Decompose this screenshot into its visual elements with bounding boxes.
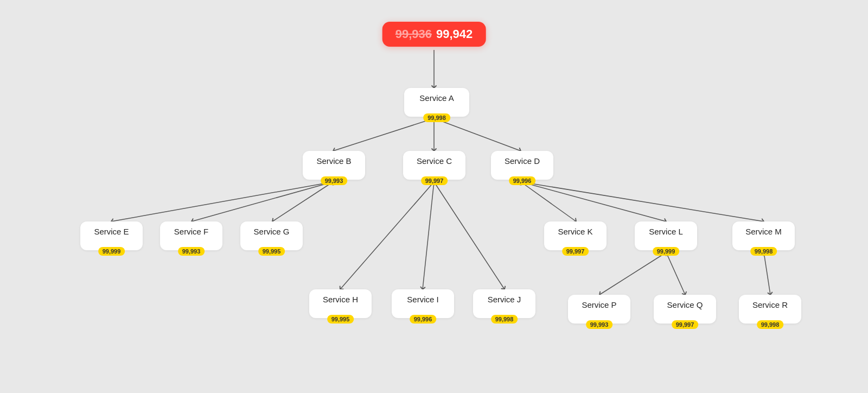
svg-line-4 [111,182,333,221]
node-R-label: Service R [749,300,792,309]
node-E-label: Service E [90,227,133,236]
diagram-container: 99,93699,942 Service A 99,998 Service B … [0,0,868,393]
node-P-badge: 99,993 [586,320,613,329]
node-L-label: Service L [644,227,687,236]
node-P-label: Service P [578,300,621,309]
node-K[interactable]: Service K 99,997 [544,221,607,250]
svg-line-3 [434,118,521,151]
node-F-label: Service F [170,227,213,236]
node-C-badge: 99,997 [421,176,448,185]
node-P[interactable]: Service P 99,993 [568,295,630,324]
node-H[interactable]: Service H 99,995 [309,289,372,318]
svg-line-1 [333,118,434,151]
node-F[interactable]: Service F 99,993 [160,221,222,250]
node-Q-label: Service Q [663,300,706,309]
node-K-label: Service K [554,227,597,236]
node-E-badge: 99,999 [98,247,125,256]
svg-line-13 [599,252,666,295]
node-D-label: Service D [501,156,544,166]
node-R-badge: 99,998 [757,320,784,329]
node-I-badge: 99,996 [410,315,437,324]
node-J[interactable]: Service J 99,998 [473,289,535,318]
node-H-badge: 99,995 [327,315,354,324]
svg-line-12 [521,182,764,221]
node-G-badge: 99,995 [258,247,285,256]
new-value: 99,942 [436,27,473,41]
node-C-label: Service C [413,156,456,166]
node-R[interactable]: Service R 99,998 [739,295,801,324]
node-M-badge: 99,998 [750,247,777,256]
node-H-label: Service H [319,295,362,304]
node-J-badge: 99,998 [491,315,518,324]
svg-line-6 [272,182,333,221]
node-C[interactable]: Service C 99,997 [403,151,465,180]
node-B-badge: 99,993 [321,176,348,185]
node-B[interactable]: Service B 99,993 [303,151,365,180]
node-L-badge: 99,999 [653,247,680,256]
svg-line-9 [434,182,505,289]
node-M-label: Service M [742,227,785,236]
node-I[interactable]: Service I 99,996 [392,289,454,318]
node-J-label: Service J [483,295,526,304]
node-D[interactable]: Service D 99,996 [491,151,553,180]
node-I-label: Service I [401,295,444,304]
node-A-badge: 99,998 [423,113,450,122]
svg-line-15 [764,252,770,295]
svg-line-7 [340,182,434,289]
svg-line-8 [423,182,434,289]
node-G[interactable]: Service G 99,995 [240,221,303,250]
node-D-badge: 99,996 [509,176,536,185]
node-G-label: Service G [250,227,293,236]
node-L[interactable]: Service L 99,999 [635,221,697,250]
node-K-badge: 99,997 [562,247,589,256]
node-E[interactable]: Service E 99,999 [80,221,143,250]
node-Q[interactable]: Service Q 99,997 [654,295,716,324]
node-A[interactable]: Service A 99,998 [404,88,469,117]
svg-line-10 [521,182,576,221]
svg-line-14 [666,252,685,295]
connections-svg [0,0,868,393]
svg-line-11 [521,182,666,221]
svg-line-5 [192,182,333,221]
node-Q-badge: 99,997 [672,320,699,329]
root-badge: 99,93699,942 [382,22,486,47]
node-A-label: Service A [414,93,459,103]
node-M[interactable]: Service M 99,998 [732,221,795,250]
node-F-badge: 99,993 [178,247,205,256]
node-B-label: Service B [312,156,355,166]
old-value: 99,936 [395,27,432,41]
